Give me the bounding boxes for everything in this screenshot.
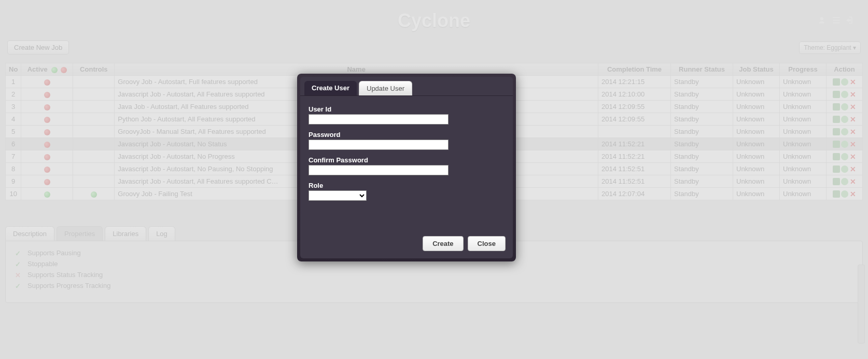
col-action[interactable]: Action bbox=[827, 63, 863, 76]
property-label: Supports Pausing bbox=[27, 249, 81, 257]
copy-icon[interactable] bbox=[833, 178, 840, 185]
cell-controls[interactable] bbox=[73, 150, 115, 163]
delete-icon[interactable]: ✕ bbox=[849, 103, 857, 111]
active-red-icon[interactable] bbox=[44, 129, 50, 135]
active-red-icon[interactable] bbox=[44, 154, 50, 160]
tab-libraries[interactable]: Libraries bbox=[105, 226, 146, 241]
run-icon[interactable] bbox=[841, 128, 848, 135]
copy-icon[interactable] bbox=[833, 116, 840, 123]
cell-completion: 2014 12:09:55 bbox=[598, 113, 671, 126]
delete-icon[interactable]: ✕ bbox=[849, 165, 857, 173]
run-icon[interactable] bbox=[841, 178, 848, 185]
delete-icon[interactable]: ✕ bbox=[849, 116, 857, 123]
copy-icon[interactable] bbox=[833, 78, 840, 86]
cell-controls[interactable] bbox=[73, 76, 115, 88]
active-red-icon[interactable] bbox=[44, 167, 50, 173]
disable-all-icon[interactable] bbox=[61, 67, 67, 73]
role-select[interactable] bbox=[309, 190, 367, 201]
delete-icon[interactable]: ✕ bbox=[849, 178, 857, 185]
cell-active[interactable] bbox=[21, 88, 73, 101]
cell-active[interactable] bbox=[21, 138, 73, 150]
cell-action: ✕ bbox=[827, 163, 863, 175]
cell-active[interactable] bbox=[21, 76, 73, 88]
cell-controls[interactable] bbox=[73, 188, 115, 200]
active-red-icon[interactable] bbox=[44, 142, 50, 148]
active-green-icon[interactable] bbox=[44, 191, 50, 198]
copy-icon[interactable] bbox=[833, 153, 840, 160]
run-icon[interactable] bbox=[841, 141, 848, 148]
delete-icon[interactable]: ✕ bbox=[849, 78, 857, 86]
col-completion[interactable]: Completion Time bbox=[598, 63, 671, 76]
cell-controls[interactable] bbox=[73, 88, 115, 101]
create-button[interactable]: Create bbox=[423, 236, 463, 251]
cell-active[interactable] bbox=[21, 113, 73, 126]
theme-selector[interactable]: Theme: Eggplant ▾ bbox=[799, 42, 861, 54]
run-icon[interactable] bbox=[841, 103, 848, 111]
cell-active[interactable] bbox=[21, 175, 73, 188]
settings-icon[interactable] bbox=[832, 16, 841, 25]
cell-jobstatus: Unknown bbox=[733, 101, 780, 113]
enable-all-icon[interactable] bbox=[51, 67, 58, 73]
col-jobstatus[interactable]: Job Status bbox=[733, 63, 780, 76]
copy-icon[interactable] bbox=[833, 141, 840, 148]
confirm-password-input[interactable] bbox=[309, 165, 449, 175]
cell-jobstatus: Unknown bbox=[733, 163, 780, 175]
run-icon[interactable] bbox=[841, 153, 848, 160]
cell-active[interactable] bbox=[21, 150, 73, 163]
cell-controls[interactable] bbox=[73, 101, 115, 113]
cell-action: ✕ bbox=[827, 113, 863, 126]
copy-icon[interactable] bbox=[833, 91, 840, 98]
cell-active[interactable] bbox=[21, 188, 73, 200]
control-play-icon[interactable] bbox=[91, 191, 97, 198]
delete-icon[interactable]: ✕ bbox=[849, 91, 857, 98]
copy-icon[interactable] bbox=[833, 190, 840, 198]
userid-input[interactable] bbox=[309, 114, 449, 125]
cell-controls[interactable] bbox=[73, 126, 115, 138]
active-red-icon[interactable] bbox=[44, 79, 50, 86]
password-input[interactable] bbox=[309, 140, 449, 150]
scrollbar[interactable] bbox=[858, 265, 865, 343]
tab-log[interactable]: Log bbox=[148, 226, 175, 241]
delete-icon[interactable]: ✕ bbox=[849, 190, 857, 198]
close-button[interactable]: Close bbox=[468, 236, 506, 251]
cell-active[interactable] bbox=[21, 101, 73, 113]
cell-runner: Standby bbox=[671, 88, 733, 101]
col-runner[interactable]: Runner Status bbox=[671, 63, 733, 76]
run-icon[interactable] bbox=[841, 190, 848, 198]
copy-icon[interactable] bbox=[833, 165, 840, 173]
active-red-icon[interactable] bbox=[44, 104, 50, 111]
col-progress[interactable]: Progress bbox=[780, 63, 827, 76]
delete-icon[interactable]: ✕ bbox=[849, 141, 857, 148]
cell-controls[interactable] bbox=[73, 163, 115, 175]
run-icon[interactable] bbox=[841, 165, 848, 173]
tab-create-user[interactable]: Create User bbox=[304, 81, 357, 95]
cell-runner: Standby bbox=[671, 175, 733, 188]
logout-icon[interactable] bbox=[845, 16, 855, 25]
cell-action: ✕ bbox=[827, 101, 863, 113]
cell-controls[interactable] bbox=[73, 175, 115, 188]
users-icon[interactable] bbox=[818, 16, 828, 25]
cell-controls[interactable] bbox=[73, 113, 115, 126]
copy-icon[interactable] bbox=[833, 103, 840, 111]
create-new-job-button[interactable]: Create New Job bbox=[7, 40, 69, 54]
delete-icon[interactable]: ✕ bbox=[849, 153, 857, 160]
active-red-icon[interactable] bbox=[44, 117, 50, 123]
copy-icon[interactable] bbox=[833, 128, 840, 135]
run-icon[interactable] bbox=[841, 78, 848, 86]
run-icon[interactable] bbox=[841, 116, 848, 123]
cell-active[interactable] bbox=[21, 163, 73, 175]
cell-completion: 2014 12:07:04 bbox=[598, 188, 671, 200]
cell-active[interactable] bbox=[21, 126, 73, 138]
col-no[interactable]: No bbox=[6, 63, 21, 76]
col-controls[interactable]: Controls bbox=[73, 63, 115, 76]
cell-action: ✕ bbox=[827, 126, 863, 138]
tab-description[interactable]: Description bbox=[5, 226, 54, 241]
tab-update-user[interactable]: Update User bbox=[359, 81, 412, 95]
active-red-icon[interactable] bbox=[44, 92, 50, 98]
run-icon[interactable] bbox=[841, 91, 848, 98]
col-active[interactable]: Active bbox=[21, 63, 73, 76]
delete-icon[interactable]: ✕ bbox=[849, 128, 857, 135]
tab-properties[interactable]: Properties bbox=[57, 226, 103, 241]
active-red-icon[interactable] bbox=[44, 179, 50, 185]
cell-controls[interactable] bbox=[73, 138, 115, 150]
